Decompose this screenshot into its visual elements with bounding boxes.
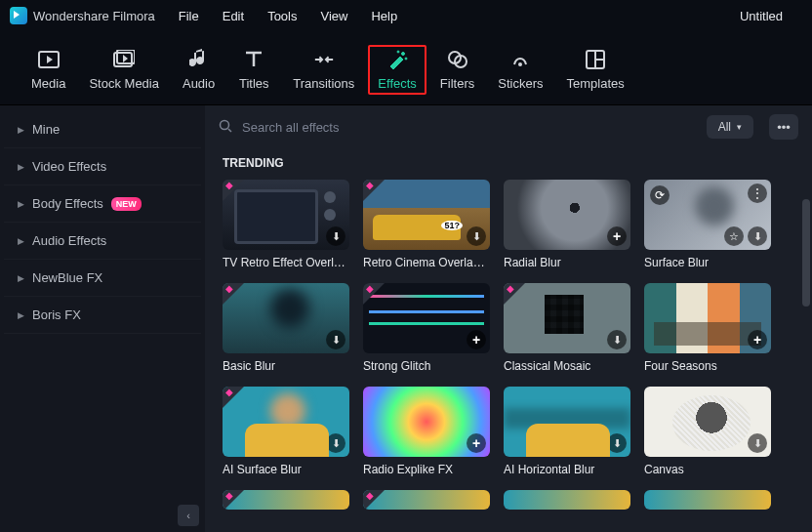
sidebar-collapse-button[interactable]: ‹ [178, 505, 199, 526]
effect-thumbnail[interactable]: + [363, 283, 490, 353]
effect-thumbnail[interactable]: ⬇ [223, 180, 349, 250]
media-icon [38, 49, 60, 70]
effect-thumbnail[interactable]: ⬇ [363, 180, 490, 250]
download-icon[interactable]: ⬇ [326, 433, 345, 453]
effect-card[interactable]: ⬇Classical Mosaic [504, 283, 630, 373]
premium-icon [504, 283, 525, 305]
app-logo-title: Wondershare Filmora [10, 7, 155, 24]
effect-thumbnail[interactable] [223, 490, 349, 510]
download-icon[interactable]: ⬇ [748, 433, 767, 453]
sidebar-item-boris-fx[interactable]: ▶ Boris FX [4, 297, 201, 334]
effect-thumbnail[interactable]: + [363, 387, 490, 457]
download-icon[interactable]: ⬇ [467, 226, 486, 246]
tab-label: Templates [566, 76, 624, 91]
download-icon[interactable]: ⬇ [326, 226, 345, 246]
download-icon[interactable]: ⬇ [748, 226, 767, 246]
effect-card[interactable]: +Radio Explike FX [363, 387, 490, 476]
effect-card[interactable]: +Strong Glitch [363, 283, 490, 373]
effect-card[interactable]: ⬇Retro Cinema Overlay ... [363, 180, 490, 269]
tab-stock-media[interactable]: Stock Media [79, 45, 169, 95]
chevron-right-icon: ▶ [18, 162, 24, 172]
effect-thumbnail[interactable] [363, 490, 490, 510]
effect-thumbnail[interactable]: ⬇ [223, 387, 349, 457]
menu-file[interactable]: File [179, 9, 199, 23]
effect-label: Basic Blur [223, 359, 349, 373]
sidebar-item-newblue-fx[interactable]: ▶ NewBlue FX [4, 260, 201, 297]
add-icon[interactable]: + [607, 226, 627, 246]
tab-media[interactable]: Media [21, 45, 75, 95]
tab-titles[interactable]: Titles [228, 45, 279, 95]
favorite-icon[interactable]: ☆ [724, 226, 744, 246]
tab-templates[interactable]: Templates [556, 45, 633, 95]
effect-card[interactable]: +Four Seasons [644, 283, 771, 373]
chevron-down-icon: ▾ [737, 122, 742, 132]
svg-point-7 [397, 51, 399, 53]
svg-point-10 [518, 62, 522, 66]
sidebar-item-audio-effects[interactable]: ▶ Audio Effects [4, 223, 201, 260]
section-title: TRENDING [205, 148, 812, 180]
effect-label: Radial Blur [504, 256, 630, 269]
chevron-right-icon: ▶ [18, 236, 24, 246]
effect-card[interactable]: ⬇AI Horizontal Blur [504, 387, 630, 476]
svg-point-14 [221, 120, 229, 129]
tab-stickers[interactable]: Stickers [488, 45, 552, 95]
refresh-icon[interactable]: ⟳ [650, 185, 670, 205]
mode-tabs: Media Stock Media Audio Titles Transitio… [0, 31, 812, 105]
effect-label: TV Retro Effect Overla... [223, 256, 349, 269]
sidebar-item-label: Body Effects [32, 196, 103, 211]
download-icon[interactable]: ⬇ [607, 330, 627, 349]
effect-thumbnail[interactable]: ⬇ [504, 387, 630, 457]
effect-label: Radio Explike FX [363, 463, 490, 476]
scrollbar-thumb[interactable] [802, 199, 810, 307]
effect-card[interactable] [223, 490, 349, 510]
download-icon[interactable]: ⬇ [607, 433, 627, 453]
effect-card[interactable]: ⬇TV Retro Effect Overla... [223, 180, 349, 269]
tab-transitions[interactable]: Transitions [283, 45, 364, 95]
effect-thumbnail[interactable]: + [504, 180, 630, 250]
sidebar: ▶ Mine ▶ Video Effects ▶ Body Effects NE… [0, 105, 205, 532]
add-icon[interactable]: + [748, 330, 767, 349]
effect-thumbnail[interactable]: ⬇ [504, 283, 630, 353]
effect-thumbnail[interactable] [644, 490, 771, 510]
sidebar-item-mine[interactable]: ▶ Mine [4, 111, 201, 148]
tab-filters[interactable]: Filters [430, 45, 484, 95]
card-more-icon[interactable]: ⋮ [748, 184, 767, 203]
download-icon[interactable]: ⬇ [326, 330, 345, 349]
effect-label: Retro Cinema Overlay ... [363, 256, 490, 269]
menu-view[interactable]: View [320, 9, 347, 23]
templates-icon [585, 49, 606, 70]
effect-thumbnail[interactable] [504, 490, 630, 510]
effect-card[interactable]: ⟳⋮☆⬇Surface Blur [644, 180, 771, 269]
filter-dropdown[interactable]: All ▾ [707, 115, 753, 139]
tab-effects[interactable]: Effects [368, 45, 426, 95]
menu-edit[interactable]: Edit [223, 9, 244, 23]
search-input[interactable] [242, 120, 437, 135]
effect-card[interactable] [363, 490, 490, 510]
premium-icon [363, 283, 385, 305]
tab-audio[interactable]: Audio [173, 45, 224, 95]
effect-card[interactable]: +Radial Blur [504, 180, 630, 269]
search-box[interactable] [219, 119, 437, 136]
effect-label: AI Horizontal Blur [504, 463, 630, 476]
effect-card[interactable] [504, 490, 630, 510]
effect-thumbnail[interactable]: ⬇ [223, 283, 349, 353]
premium-icon [363, 180, 385, 201]
sidebar-item-video-effects[interactable]: ▶ Video Effects [4, 148, 201, 185]
effect-label: Canvas [644, 463, 771, 476]
effect-thumbnail[interactable]: ⬇ [644, 387, 771, 457]
effect-thumbnail[interactable]: ⟳⋮☆⬇ [644, 180, 771, 250]
effect-card[interactable]: ⬇Canvas [644, 387, 771, 476]
add-icon[interactable]: + [467, 433, 486, 453]
menu-help[interactable]: Help [371, 9, 397, 23]
sidebar-item-label: Boris FX [32, 307, 81, 322]
effect-thumbnail[interactable]: + [644, 283, 771, 353]
more-options-button[interactable]: ••• [769, 114, 798, 140]
effect-label: Classical Mosaic [504, 359, 630, 373]
stock-media-icon [113, 49, 135, 70]
effect-card[interactable]: ⬇AI Surface Blur [223, 387, 349, 476]
sidebar-item-body-effects[interactable]: ▶ Body Effects NEW [4, 185, 201, 223]
add-icon[interactable]: + [467, 330, 486, 349]
menu-tools[interactable]: Tools [267, 9, 297, 23]
effect-card[interactable]: ⬇Basic Blur [223, 283, 349, 373]
effect-card[interactable] [644, 490, 771, 510]
